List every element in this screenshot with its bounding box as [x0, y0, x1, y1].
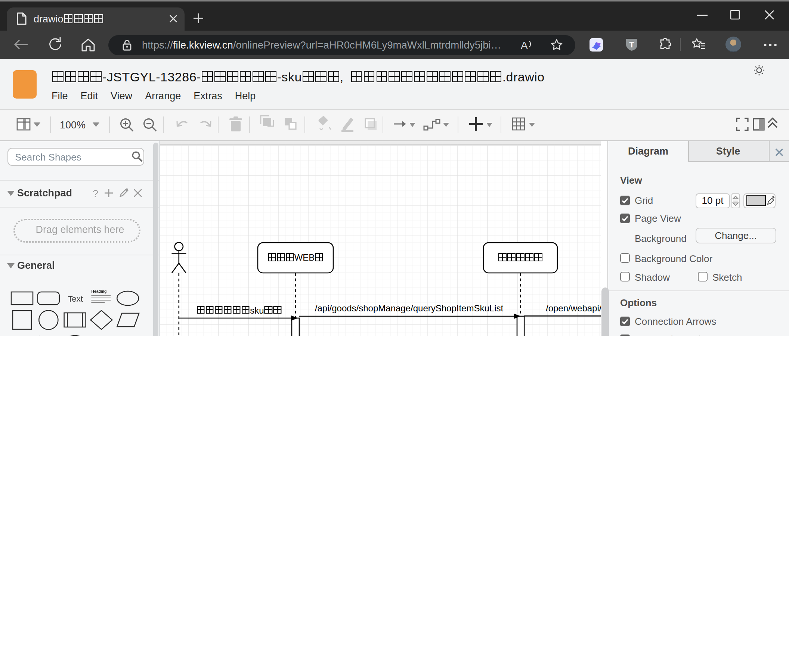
svg-text:Heading: Heading [91, 289, 107, 293]
svg-text:A: A [521, 40, 528, 51]
svg-text:100%: 100% [60, 119, 86, 131]
svg-text:T: T [629, 40, 634, 49]
svg-text:Text: Text [68, 294, 83, 304]
